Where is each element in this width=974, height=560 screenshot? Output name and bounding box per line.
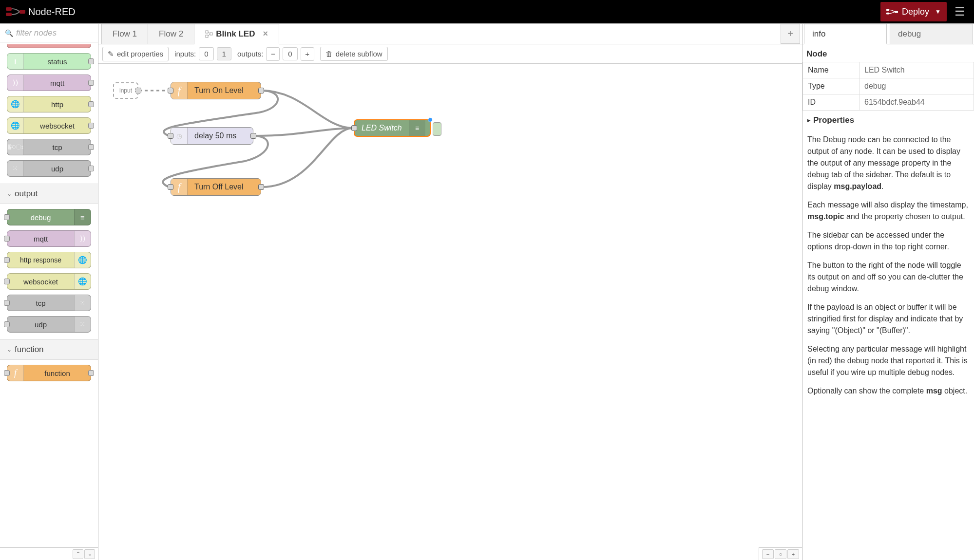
inputs-option-1[interactable]: 1 xyxy=(217,47,231,60)
plus-icon: + xyxy=(787,28,793,39)
alert-icon: ! xyxy=(14,57,17,66)
zoom-reset-button[interactable]: ○ xyxy=(775,549,786,559)
node-output-port[interactable] xyxy=(88,370,94,376)
node-input-port[interactable] xyxy=(351,125,357,131)
flow-node-turn-on[interactable]: f Turn On Level xyxy=(171,82,261,99)
outputs-decrement-button[interactable]: − xyxy=(266,47,280,61)
workspace-tabs: Flow 1 Flow 2 Blink LED × + xyxy=(98,24,802,44)
flow-wires xyxy=(98,64,537,307)
node-output-port[interactable] xyxy=(135,88,141,93)
palette-node-udp-out[interactable]: udp ⁙ xyxy=(7,316,91,333)
node-output-port[interactable] xyxy=(250,133,256,139)
tab-blink-led[interactable]: Blink LED × xyxy=(194,24,279,44)
palette-filter-input[interactable] xyxy=(16,28,93,38)
sidebar-tabs: info debug xyxy=(802,24,974,44)
timer-icon: ◷ xyxy=(176,132,182,140)
function-icon: f xyxy=(14,368,17,378)
palette-category-output[interactable]: ⌄ output xyxy=(0,184,98,204)
svg-rect-5 xyxy=(895,11,898,13)
network-icon: ⁙ xyxy=(79,299,86,307)
debug-toggle-button[interactable] xyxy=(433,122,441,136)
palette-node-debug[interactable]: debug ≡ xyxy=(7,209,91,225)
zoom-in-button[interactable]: + xyxy=(787,549,799,559)
node-input-port[interactable] xyxy=(4,214,10,220)
app-title: Node-RED xyxy=(28,6,76,18)
palette-node-tcp-out[interactable]: tcp ⁙ xyxy=(7,295,91,311)
globe-icon: 🌐 xyxy=(78,256,87,264)
palette-node-tcp-in[interactable]: �းঃ tcp xyxy=(7,139,91,155)
node-input-port[interactable] xyxy=(4,279,10,284)
palette-node-truncated[interactable] xyxy=(7,44,91,48)
add-tab-button[interactable]: + xyxy=(781,24,800,44)
subflow-outputs-control: outputs: − 0 + xyxy=(237,47,314,61)
node-input-port[interactable] xyxy=(4,300,10,306)
node-output-port[interactable] xyxy=(88,58,94,64)
subflow-icon xyxy=(205,30,213,38)
minus-icon: − xyxy=(271,50,275,58)
node-output-port[interactable] xyxy=(88,80,94,86)
zoom-out-button[interactable]: − xyxy=(762,549,774,559)
node-input-port[interactable] xyxy=(168,133,173,139)
main-menu-button[interactable]: ☰ xyxy=(952,3,968,20)
node-output-port[interactable] xyxy=(88,144,94,150)
sidebar-properties-toggle[interactable]: ▸ Properties xyxy=(802,111,974,130)
circle-icon: ○ xyxy=(779,551,783,557)
palette-collapse-all-button[interactable]: ⌃ xyxy=(73,549,83,559)
subflow-input-node[interactable]: input xyxy=(113,82,138,99)
palette-category-function[interactable]: ⌄ function xyxy=(0,339,98,360)
chevrons-down-icon: ⌄ xyxy=(88,551,92,557)
node-input-port[interactable] xyxy=(4,370,10,376)
palette-node-http-response[interactable]: http response 🌐 xyxy=(7,252,91,268)
chevrons-up-icon: ⌃ xyxy=(76,551,80,557)
delete-subflow-button[interactable]: 🗑 delete subflow xyxy=(320,47,388,61)
deploy-button[interactable]: Deploy ▼ xyxy=(880,2,947,21)
palette-node-udp-in[interactable]: ⁙ udp xyxy=(7,160,91,177)
svg-rect-0 xyxy=(6,7,12,11)
node-input-port[interactable] xyxy=(168,88,173,93)
palette-node-function[interactable]: f function xyxy=(7,365,91,381)
flow-node-delay[interactable]: ◷ delay 50 ms xyxy=(171,127,253,145)
inputs-option-0[interactable]: 0 xyxy=(199,47,213,60)
palette-node-status[interactable]: ! status xyxy=(7,53,91,70)
palette-node-http-in[interactable]: 🌐 http xyxy=(7,96,91,112)
table-row: Typedebug xyxy=(803,78,974,94)
palette-node-mqtt-out[interactable]: mqtt ⟩⟩ xyxy=(7,230,91,247)
node-red-logo-icon xyxy=(6,6,25,17)
function-icon: f xyxy=(178,85,181,96)
network-icon: ⁙ xyxy=(79,320,86,329)
node-output-port[interactable] xyxy=(258,184,264,190)
sidebar-tab-info[interactable]: info xyxy=(804,24,887,44)
node-output-port[interactable] xyxy=(258,88,264,93)
node-input-port[interactable] xyxy=(4,236,10,242)
debug-icon: ≡ xyxy=(415,124,419,132)
pencil-icon: ✎ xyxy=(108,50,114,58)
tab-flow-1[interactable]: Flow 1 xyxy=(101,24,148,44)
edit-properties-button[interactable]: ✎ edit properties xyxy=(102,47,169,61)
node-output-port[interactable] xyxy=(88,101,94,107)
palette-node-mqtt-in[interactable]: ⟩⟩ mqtt xyxy=(7,75,91,91)
node-output-port[interactable] xyxy=(88,123,94,129)
node-input-port[interactable] xyxy=(4,321,10,327)
sidebar-tab-debug[interactable]: debug xyxy=(890,24,973,44)
flow-canvas[interactable]: input f Turn On Level ◷ delay 50 ms xyxy=(98,64,802,560)
globe-icon: 🌐 xyxy=(78,277,87,286)
node-input-port[interactable] xyxy=(168,184,173,190)
table-row: ID6154bdcf.9eab44 xyxy=(803,94,974,111)
node-help-text: The Debug node can be connected to the o… xyxy=(802,130,974,413)
globe-icon: 🌐 xyxy=(11,121,20,130)
node-input-port[interactable] xyxy=(4,257,10,263)
palette-node-websocket-in[interactable]: 🌐 websocket xyxy=(7,117,91,134)
tab-close-button[interactable]: × xyxy=(263,29,268,39)
node-output-port[interactable] xyxy=(88,166,94,171)
flow-node-led-switch[interactable]: LED Switch ≡ xyxy=(354,119,431,137)
deploy-caret-icon: ▼ xyxy=(935,8,941,15)
tab-flow-2[interactable]: Flow 2 xyxy=(148,24,194,44)
outputs-increment-button[interactable]: + xyxy=(301,47,314,61)
palette-expand-all-button[interactable]: ⌄ xyxy=(84,549,95,559)
flow-node-turn-off[interactable]: f Turn Off Level xyxy=(171,178,261,196)
mqtt-icon: ⟩⟩ xyxy=(80,234,86,243)
sidebar-section-node: Node xyxy=(802,44,974,62)
sidebar-panel: info debug Node NameLED Switch Typedebug… xyxy=(802,24,974,560)
svg-rect-6 xyxy=(206,31,208,33)
palette-node-websocket-out[interactable]: websocket 🌐 xyxy=(7,273,91,290)
